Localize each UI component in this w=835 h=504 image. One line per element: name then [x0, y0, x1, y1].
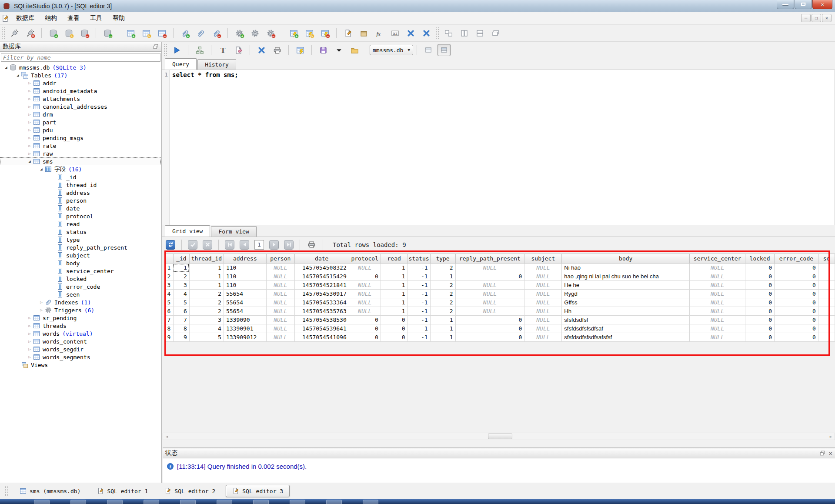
expand-arrow-icon[interactable]: ▷ [26, 355, 33, 359]
column-header-date[interactable]: date [294, 254, 349, 264]
column-header-address[interactable]: address [224, 254, 266, 264]
row-number[interactable]: 9 [165, 333, 174, 342]
tree-item-attachments[interactable]: ▷attachments [0, 95, 161, 103]
cell-se[interactable] [818, 264, 835, 272]
cell-thread_id[interactable]: 2 [189, 298, 224, 307]
layout-single-icon[interactable] [422, 44, 435, 56]
cell-error_code[interactable]: 0 [775, 307, 818, 316]
cell-date[interactable]: 1457054541096 [294, 333, 349, 342]
cell-thread_id[interactable]: 5 [189, 333, 224, 342]
filter-input[interactable] [1, 54, 160, 61]
column-header-thread_id[interactable]: thread_id [189, 254, 224, 264]
cell-type[interactable]: 2 [430, 281, 455, 290]
tree-item-views[interactable]: Views [0, 361, 161, 369]
cell-locked[interactable]: 0 [745, 281, 775, 290]
cell-date[interactable]: 1457054539641 [294, 324, 349, 333]
cell-reply_path_present[interactable]: 0 [455, 272, 524, 281]
cell-se[interactable] [818, 281, 835, 290]
windows-taskbar[interactable] [0, 499, 835, 504]
disconnect-database-icon[interactable]: × [24, 27, 36, 39]
tree-item-error_code[interactable]: error_code [0, 283, 161, 290]
export-results-icon[interactable] [256, 44, 267, 56]
cell-protocol[interactable]: 0 [349, 333, 381, 342]
format-sql-icon[interactable]: T [217, 44, 228, 56]
cell-_id[interactable]: 3 [173, 281, 189, 290]
expand-arrow-icon[interactable]: ▷ [26, 81, 33, 85]
cell-person[interactable]: NULL [266, 307, 294, 316]
cell-thread_id[interactable]: 1 [189, 281, 224, 290]
collapse-arrow-icon[interactable]: ◢ [3, 65, 10, 70]
cell-reply_path_present[interactable]: NULL [455, 298, 524, 307]
cell-service_center[interactable]: NULL [690, 290, 745, 298]
cell-reply_path_present[interactable]: 0 [455, 324, 524, 333]
taskbar-app-icon[interactable] [363, 500, 378, 504]
menu-item-4[interactable]: 帮助 [107, 13, 130, 24]
cell-reply_path_present[interactable]: NULL [455, 290, 524, 298]
cell-subject[interactable]: NULL [524, 281, 562, 290]
cell-subject[interactable]: NULL [524, 290, 562, 298]
cell-subject[interactable]: NULL [524, 264, 562, 272]
cell-read[interactable]: 0 [381, 316, 407, 324]
edit-view-icon[interactable]: ✎ [304, 27, 315, 39]
cell-body[interactable]: Hh [562, 307, 690, 316]
cell-type[interactable]: 1 [430, 324, 455, 333]
tree-item-service_center[interactable]: service_center [0, 267, 161, 275]
mdi-window-button-sql-editor-2[interactable]: SQL editor 2 [158, 485, 221, 497]
new-table-icon[interactable]: + [125, 27, 136, 39]
expand-arrow-icon[interactable]: ▷ [26, 144, 33, 148]
cell-locked[interactable]: 0 [745, 298, 775, 307]
tree-item-threads[interactable]: ▷threads [0, 322, 161, 330]
cell-thread_id[interactable]: 2 [189, 307, 224, 316]
column-header-subject[interactable]: subject [524, 254, 562, 264]
tree-item-sr_pending[interactable]: ▷sr_pending [0, 314, 161, 322]
tree-item-pending_msgs[interactable]: ▷pending_msgs [0, 134, 161, 142]
tree-item-tables[interactable]: ◢Tables(17) [0, 71, 161, 79]
collation-editor-icon[interactable]: az [389, 27, 401, 39]
cell-protocol[interactable]: 0 [349, 316, 381, 324]
cell-person[interactable]: NULL [266, 333, 294, 342]
cell-status[interactable]: -1 [407, 281, 430, 290]
cell-type[interactable]: 2 [430, 290, 455, 298]
save-sql-icon[interactable] [317, 44, 329, 56]
open-sql-editor-icon[interactable] [342, 27, 354, 39]
cell-subject[interactable]: NULL [524, 316, 562, 324]
cell-locked[interactable]: 0 [745, 324, 775, 333]
cell-_id[interactable]: 1 [173, 264, 189, 272]
tree-item-drm[interactable]: ▷drm [0, 110, 161, 118]
expand-arrow-icon[interactable]: ▷ [26, 324, 33, 328]
tree-item-_id[interactable]: _id [0, 173, 161, 181]
cell-person[interactable]: NULL [266, 264, 294, 272]
cell-address[interactable]: 55654 [224, 307, 266, 316]
cell-date[interactable]: 1457054515429 [294, 272, 349, 281]
edit-table-icon[interactable]: ✎ [140, 27, 152, 39]
export-icon[interactable] [405, 27, 416, 39]
sql-text[interactable]: select * from sms; [170, 70, 238, 225]
cell-locked[interactable]: 0 [745, 307, 775, 316]
layout-split-icon[interactable] [438, 44, 451, 56]
menu-item-1[interactable]: 结构 [40, 13, 62, 24]
cell-type[interactable]: 1 [430, 316, 455, 324]
cell-_id[interactable]: 7 [173, 316, 189, 324]
taskbar-app-icon[interactable] [107, 500, 123, 504]
print-results-icon[interactable] [306, 239, 317, 250]
tile-vertical-icon[interactable] [458, 27, 470, 39]
column-header-type[interactable]: type [430, 254, 455, 264]
page-number-box[interactable]: 1 [254, 240, 264, 250]
cell-person[interactable]: NULL [266, 324, 294, 333]
cell-protocol[interactable]: NULL [349, 264, 381, 272]
restore-button-icon[interactable] [795, 0, 812, 9]
cell-date[interactable]: 1457054530917 [294, 290, 349, 298]
cell-error_code[interactable]: 0 [775, 324, 818, 333]
first-page-icon[interactable] [225, 240, 234, 250]
column-header-status[interactable]: status [407, 254, 430, 264]
cell-subject[interactable]: NULL [524, 298, 562, 307]
tile-horizontal-icon[interactable] [474, 27, 485, 39]
close-button-icon[interactable]: ✕ [812, 0, 832, 9]
new-index-icon[interactable]: + [179, 27, 190, 39]
tree-item-protocol[interactable]: protocol [0, 212, 161, 220]
cell-thread_id[interactable]: 4 [189, 324, 224, 333]
cell-body[interactable]: sfsfdsdfsf [562, 316, 690, 324]
cell-read[interactable]: 1 [381, 290, 407, 298]
new-view-icon[interactable]: + [288, 27, 299, 39]
taskbar-app-icon[interactable] [34, 500, 50, 504]
